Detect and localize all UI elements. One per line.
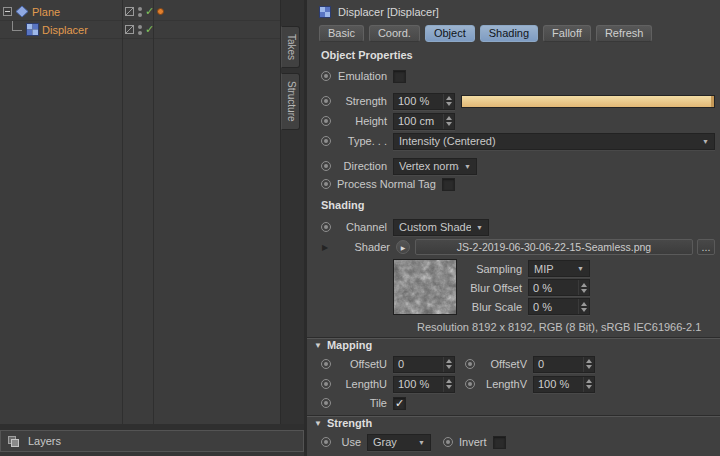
tile-row: Tile ✓ [319,394,715,412]
collapse-arrow-icon: ▼ [314,341,322,350]
keyframe-dot[interactable] [321,71,331,81]
keyframe-dot[interactable] [321,359,331,369]
keyframe-dot[interactable] [465,359,475,369]
edit-toggle-icon[interactable] [125,21,134,38]
sampling-dropdown[interactable]: MIP ▼ [528,260,590,277]
channel-row: Channel Custom Shader ▼ [319,217,715,237]
tab-object[interactable]: Object [425,25,475,42]
invert-checkbox[interactable] [493,436,506,449]
sampling-label: Sampling [464,263,522,275]
blur-offset-row: Blur Offset 0 % [464,278,590,297]
keyframe-dot[interactable] [321,437,331,447]
process-normal-tag-checkbox[interactable] [442,178,455,191]
section-object-properties: Object Properties [321,49,715,63]
channel-dropdown[interactable]: Custom Shader ▼ [393,219,489,236]
tile-label: Tile [335,397,387,409]
direction-dropdown[interactable]: Vertex normal ▼ [393,158,477,175]
keyframe-dot[interactable] [321,136,331,146]
edit-toggle-icon[interactable] [125,3,134,20]
keyframe-dot[interactable] [321,116,331,126]
tree-row-displacer[interactable]: Displacer ✓ [0,21,280,39]
offsetu-label: OffsetU [335,358,387,370]
stepper-arrows[interactable] [443,94,454,109]
object-manager-panel: Plane ✓ Di [0,0,304,456]
tab-shading[interactable]: Shading [480,25,538,42]
keyframe-dot[interactable] [321,222,331,232]
chevron-down-icon: ▼ [418,439,425,446]
shader-browse-button[interactable]: ... [697,239,715,255]
section-mapping[interactable]: ▼ Mapping [307,337,720,352]
strength-slider[interactable] [461,95,715,108]
displacer-icon [319,6,331,18]
channel-label: Channel [335,221,387,233]
keyframe-dot[interactable] [321,96,331,106]
collapse-arrow-icon: ▼ [314,419,322,428]
visibility-dots[interactable] [138,3,142,20]
manager-side-tabs: Takes Structure [281,0,304,424]
texture-block: Sampling MIP ▼ Blur Offset 0 % Blur Scal… [393,259,715,316]
lengthv-stepper[interactable]: 100 % [533,376,595,393]
tab-takes[interactable]: Takes [281,26,300,68]
shader-row: ▶ Shader ▶ JS-2-2019-06-30-06-22-15-Seam… [319,237,715,257]
emulation-checkbox[interactable] [393,70,406,83]
use-dropdown[interactable]: Gray ▼ [367,434,431,451]
keyframe-dot[interactable] [321,398,331,408]
type-dropdown[interactable]: Intensity (Centered) ▼ [393,133,715,150]
attribute-manager-panel: Displacer [Displacer] Basic Coord. Objec… [304,0,720,456]
blur-scale-stepper[interactable]: 0 % [528,298,590,315]
displacer-object-icon [26,23,39,36]
offsetv-label: OffsetV [479,358,527,370]
direction-row: Direction Vertex normal ▼ [319,157,715,175]
offsetu-stepper[interactable]: 0 [393,356,455,373]
tab-refresh[interactable]: Refresh [596,25,653,42]
use-label: Use [335,436,361,448]
attribute-title-bar: Displacer [Displacer] [319,4,715,20]
lengthu-label: LengthU [335,378,387,390]
keyframe-dot[interactable] [321,379,331,389]
shader-expand-arrow[interactable]: ▶ [322,243,334,252]
tab-basic[interactable]: Basic [319,25,364,42]
height-stepper[interactable]: 100 cm [393,113,455,130]
stepper-arrows[interactable] [443,377,454,392]
keyframe-dot[interactable] [321,161,331,171]
object-name[interactable]: Plane [32,6,60,18]
shader-file-button[interactable]: JS-2-2019-06-30-06-22-15-Seamless.png [415,239,693,255]
use-row: Use Gray ▼ Invert [319,432,715,452]
stepper-arrows[interactable] [578,280,589,295]
tab-structure[interactable]: Structure [281,73,300,130]
keyframe-dot[interactable] [443,437,453,447]
blur-offset-stepper[interactable]: 0 % [528,279,590,296]
strength-row: Strength 100 % [319,91,715,111]
stepper-arrows[interactable] [443,114,454,129]
object-name[interactable]: Displacer [42,24,88,36]
height-row: Height 100 cm [319,111,715,131]
tree-expander-icon[interactable] [3,7,12,16]
object-tree[interactable]: Plane ✓ Di [0,0,281,424]
stepper-arrows[interactable] [443,357,454,372]
tree-row-plane[interactable]: Plane ✓ [0,3,280,21]
column-divider [153,0,154,424]
shader-preview-button[interactable]: ▶ [396,240,410,254]
keyframe-dot[interactable] [465,379,475,389]
tile-checkbox[interactable]: ✓ [393,397,406,410]
direction-label: Direction [335,160,387,172]
stepper-arrows[interactable] [583,357,594,372]
section-strength[interactable]: ▼ Strength [307,415,720,430]
keyframe-dot[interactable] [321,179,331,189]
tab-falloff[interactable]: Falloff [543,25,591,42]
tab-coord[interactable]: Coord. [369,25,420,42]
layers-label: Layers [28,435,61,447]
offsetv-stepper[interactable]: 0 [533,356,595,373]
texture-resolution-info: Resolution 8192 x 8192, RGB (8 Bit), sRG… [417,321,715,334]
material-tag-dot[interactable] [157,3,164,20]
layers-icon [7,435,20,448]
strength-stepper[interactable]: 100 % [393,93,455,110]
visibility-dots[interactable] [138,21,142,38]
invert-label: Invert [459,436,487,448]
lengthu-stepper[interactable]: 100 % [393,376,455,393]
layers-panel-header[interactable]: Layers [0,430,304,452]
stepper-arrows[interactable] [583,377,594,392]
shader-texture-preview[interactable] [393,259,457,315]
height-label: Height [335,115,387,127]
stepper-arrows[interactable] [578,299,589,314]
